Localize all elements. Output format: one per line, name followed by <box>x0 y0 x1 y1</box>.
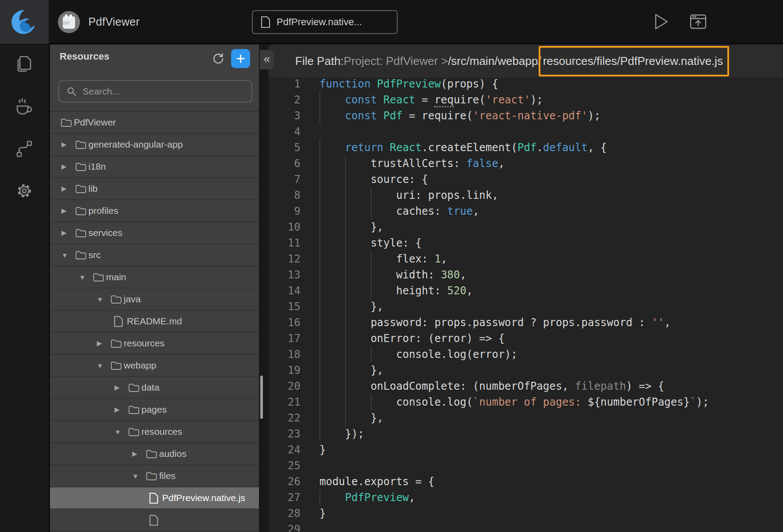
chevron-down-icon[interactable]: ▼ <box>96 296 110 303</box>
tree-folder-files[interactable]: ▼files <box>50 465 259 487</box>
code-line-7: 7source: { <box>269 171 783 187</box>
tree-folder-audios[interactable]: ▶audios <box>50 443 259 465</box>
chevron-right-icon[interactable]: ▶ <box>61 141 75 148</box>
tree-item-label: profiles <box>88 205 118 216</box>
add-resource-button[interactable]: + <box>231 49 250 68</box>
file-path-highlight-box: resources/files/PdfPreview.native.js <box>539 46 730 76</box>
tree-folder-main[interactable]: ▼main <box>50 266 259 289</box>
tree-folder-profiles[interactable]: ▶profiles <box>50 200 259 222</box>
code-text: module.exports = { <box>300 474 434 490</box>
code-line-18: 18console.log(error); <box>269 346 783 362</box>
folder-icon <box>128 382 141 393</box>
line-number: 12 <box>269 251 300 267</box>
chevron-down-icon[interactable]: ▼ <box>78 274 93 281</box>
line-number: 22 <box>269 410 300 426</box>
folder-icon <box>146 448 159 459</box>
tree-scrollbar[interactable] <box>260 376 263 419</box>
panel-edge-strip <box>259 45 269 532</box>
line-number: 2 <box>269 92 300 108</box>
line-number: 28 <box>269 505 300 521</box>
line-number: 19 <box>269 362 300 378</box>
open-file-tab[interactable]: PdfPreview.native... <box>252 10 398 34</box>
tree-item-label: main <box>106 272 126 282</box>
code-text: } <box>300 442 326 458</box>
tree-folder-services[interactable]: ▶services <box>50 222 259 244</box>
publish-button[interactable] <box>688 11 708 32</box>
chevron-right-icon[interactable]: ▶ <box>61 163 75 171</box>
search-input[interactable]: Search... <box>58 80 252 103</box>
folder-icon <box>75 183 88 194</box>
line-number: 21 <box>269 394 300 410</box>
file-path-project: Project: PdfViewer > <box>344 54 448 68</box>
chevron-down-icon[interactable]: ▼ <box>131 472 146 480</box>
code-text: password: props.password ? props.passwor… <box>300 315 671 331</box>
code-text: }, <box>300 362 384 378</box>
chevron-right-icon[interactable]: ▶ <box>114 384 128 391</box>
tree-folder-src[interactable]: ▼src <box>50 244 259 266</box>
tree-folder-i18n[interactable]: ▶i18n <box>50 156 259 178</box>
tree-item-label: i18n <box>88 161 106 172</box>
file-path-file: resources/files/PdfPreview.native.js <box>543 54 723 68</box>
chevron-right-icon[interactable]: ▶ <box>96 339 110 347</box>
code-text: onError: (error) => { <box>300 331 505 346</box>
folder-icon <box>75 250 88 260</box>
pages-icon <box>15 53 34 73</box>
wave-logo-icon <box>10 8 39 37</box>
folder-icon <box>75 161 88 172</box>
tree-folder-java[interactable]: ▼java <box>50 289 259 311</box>
chevron-right-icon[interactable]: ▶ <box>131 450 146 458</box>
chevron-right-icon[interactable]: ▶ <box>61 229 75 237</box>
code-text: uri: props.link, <box>300 187 498 203</box>
tree-folder-resources[interactable]: ▼resources <box>50 421 259 443</box>
code-text: }, <box>300 219 384 235</box>
tree-item-label: resources <box>141 426 182 437</box>
code-line-5: 5return React.createElement(Pdf.default,… <box>269 140 783 156</box>
chevron-right-icon[interactable]: ▶ <box>61 207 75 215</box>
tree-file-partial[interactable] <box>50 509 259 532</box>
search-placeholder: Search... <box>83 86 120 97</box>
code-text: caches: true, <box>300 203 479 219</box>
line-number: 5 <box>269 140 300 156</box>
chevron-right-icon[interactable]: ▶ <box>114 406 128 414</box>
tree-folder-generated-angular-app[interactable]: ▶generated-angular-app <box>50 134 259 156</box>
tree-item-label: java <box>124 294 141 304</box>
code-editor[interactable]: 1function PdfPreview(props) {2const Reac… <box>269 76 783 532</box>
code-text: }); <box>300 426 364 442</box>
tree-file-README.md[interactable]: README.md <box>50 311 259 333</box>
code-line-29: 29 <box>269 521 783 532</box>
chevron-down-icon[interactable]: ▼ <box>61 251 75 259</box>
folder-icon <box>61 117 74 128</box>
code-line-11: 11style: { <box>269 235 783 251</box>
java-runtime-button[interactable] <box>0 91 49 122</box>
code-line-22: 22}, <box>269 410 783 426</box>
tree-folder-pages[interactable]: ▶pages <box>50 399 259 421</box>
pages-button[interactable] <box>0 47 49 79</box>
code-line-24: 24} <box>269 442 783 458</box>
resources-panel: Resources + Search... PdfViewer▶generate… <box>50 45 259 532</box>
flow-button[interactable] <box>0 133 49 165</box>
code-text: }, <box>300 410 384 426</box>
run-button[interactable] <box>651 11 672 32</box>
settings-button[interactable] <box>0 175 49 207</box>
line-number: 15 <box>269 299 300 315</box>
code-line-17: 17onError: (error) => { <box>269 331 783 346</box>
tree-folder-lib[interactable]: ▶lib <box>50 178 259 200</box>
refresh-button[interactable] <box>210 51 226 67</box>
tree-folder-resources[interactable]: ▶resources <box>50 333 259 355</box>
chevron-down-icon[interactable]: ▼ <box>96 362 110 369</box>
tree-file-PdfPreview.native.js[interactable]: PdfPreview.native.js <box>50 487 259 509</box>
tree-folder-data[interactable]: ▶data <box>50 377 259 399</box>
code-line-20: 20onLoadComplete: (numberOfPages, filepa… <box>269 378 783 394</box>
code-line-10: 10}, <box>269 219 783 235</box>
app-logo-tile[interactable] <box>0 0 49 44</box>
collapse-panel-button[interactable]: « <box>260 50 274 69</box>
folder-icon <box>128 426 141 437</box>
line-number: 20 <box>269 378 300 394</box>
chevron-right-icon[interactable]: ▶ <box>61 185 75 193</box>
chevron-down-icon[interactable]: ▼ <box>114 428 128 436</box>
tree-folder-PdfViewer[interactable]: PdfViewer <box>50 112 259 134</box>
line-number: 17 <box>269 331 300 346</box>
tree-folder-webapp[interactable]: ▼webapp <box>50 355 259 377</box>
code-line-9: 9caches: true, <box>269 203 783 219</box>
line-number: 25 <box>269 458 300 474</box>
